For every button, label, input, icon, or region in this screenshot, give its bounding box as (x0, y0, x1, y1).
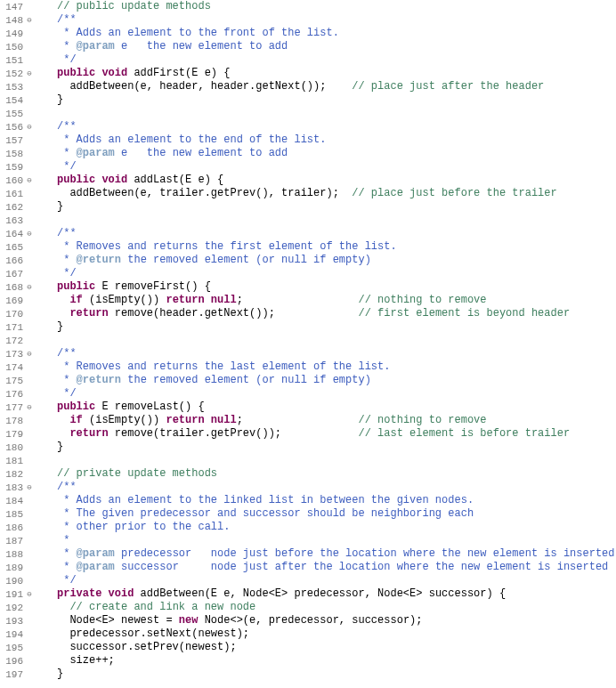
line-number: 165 (0, 242, 23, 253)
code-line[interactable]: public E removeLast() { (57, 401, 616, 414)
code-line[interactable] (57, 107, 616, 120)
fold-toggle-icon[interactable]: ⊖ (25, 589, 34, 599)
code-token: */ (57, 160, 77, 173)
code-line[interactable]: * @param predecessor node just before th… (57, 547, 616, 561)
code-line[interactable]: successor.setPrev(newest); (57, 641, 616, 654)
code-line[interactable]: return remove(trailer.getPrev()); // las… (57, 427, 616, 441)
code-line[interactable]: */ (57, 53, 616, 67)
code-line[interactable]: if (isEmpty()) return null; // nothing t… (57, 294, 616, 307)
gutter-line: 182 (0, 467, 36, 481)
code-token: // public update methods (57, 0, 211, 12)
line-number: 159 (0, 162, 23, 173)
line-gutter: 147148⊖149150151152⊖153154155156⊖1571581… (0, 0, 39, 681)
code-line[interactable]: * (57, 534, 616, 547)
fold-toggle-icon[interactable]: ⊖ (25, 69, 34, 78)
gutter-line: 162 (0, 200, 36, 214)
fold-toggle-icon[interactable]: ⊖ (25, 349, 34, 359)
code-line[interactable]: /** (57, 13, 616, 27)
code-line[interactable]: /** (57, 347, 616, 360)
fold-toggle-icon[interactable]: ⊖ (25, 175, 34, 185)
code-token: * (57, 561, 77, 573)
code-line[interactable]: /** (57, 227, 616, 240)
code-line[interactable]: if (isEmpty()) return null; // nothing t… (57, 414, 616, 427)
code-token: } (57, 93, 63, 106)
code-line[interactable]: // create and link a new node (57, 601, 616, 614)
code-token: } (57, 200, 63, 213)
code-line[interactable]: * Adds an element to the front of the li… (57, 27, 616, 40)
code-line[interactable]: */ (57, 160, 616, 174)
line-number: 192 (0, 603, 23, 613)
code-token: @return (77, 374, 121, 386)
code-line[interactable]: private void addBetween(E e, Node<E> pre… (57, 587, 616, 601)
code-token (57, 427, 69, 440)
line-number: 158 (0, 149, 23, 159)
code-line[interactable]: addBetween(e, trailer.getPrev(), trailer… (57, 187, 616, 200)
code-token: public void (57, 67, 127, 79)
code-line[interactable]: addBetween(e, header, header.getNext());… (57, 80, 616, 93)
line-number: 187 (0, 536, 23, 546)
code-line[interactable]: */ (57, 387, 616, 401)
code-line[interactable]: */ (57, 574, 616, 587)
code-line[interactable]: } (57, 320, 616, 334)
code-line[interactable]: /** (57, 120, 616, 134)
code-token: // nothing to remove (358, 294, 486, 306)
code-token: * (57, 547, 77, 560)
code-line[interactable]: * Removes and returns the last element o… (57, 360, 616, 374)
code-token: * Adds an element to the linked list in … (57, 494, 474, 506)
line-number: 174 (0, 362, 23, 373)
code-line[interactable]: * @param successor node just after the l… (57, 561, 616, 574)
code-line[interactable]: * Adds an element to the linked list in … (57, 494, 616, 507)
line-number: 153 (0, 82, 23, 93)
code-line[interactable] (57, 454, 616, 467)
gutter-line: 154 (0, 93, 36, 107)
code-line[interactable]: size++; (57, 654, 616, 668)
code-line[interactable]: } (57, 668, 616, 681)
gutter-line: 171 (0, 320, 36, 334)
code-line[interactable]: * @param e the new element to add (57, 40, 616, 53)
code-token: successor.setPrev(newest); (57, 641, 237, 653)
code-line[interactable] (57, 334, 616, 347)
code-line[interactable]: // public update methods (57, 0, 616, 13)
gutter-line: 184 (0, 494, 36, 507)
gutter-line: 150 (0, 40, 36, 53)
code-token: * (57, 254, 77, 266)
code-line[interactable]: * @return the removed element (or null i… (57, 254, 616, 267)
code-line[interactable]: * Removes and returns the first element … (57, 240, 616, 254)
code-line[interactable]: /** (57, 481, 616, 494)
code-line[interactable]: } (57, 441, 616, 454)
code-token: public (57, 280, 95, 293)
code-line[interactable]: // private update methods (57, 467, 616, 481)
line-number: 157 (0, 135, 23, 146)
line-number: 149 (0, 28, 23, 39)
code-token: * (57, 374, 77, 386)
code-line[interactable]: } (57, 200, 616, 214)
fold-toggle-icon[interactable]: ⊖ (25, 122, 34, 132)
code-line[interactable]: public void addLast(E e) { (57, 174, 616, 187)
code-token: addBetween(e, trailer.getPrev(), trailer… (57, 187, 352, 199)
fold-toggle-icon[interactable]: ⊖ (25, 229, 34, 239)
code-token: if (69, 294, 82, 306)
fold-toggle-icon[interactable]: ⊖ (25, 15, 34, 25)
gutter-line: 180 (0, 441, 36, 454)
code-line[interactable]: * other prior to the call. (57, 521, 616, 534)
code-line[interactable]: * @param e the new element to add (57, 147, 616, 160)
code-line[interactable]: */ (57, 267, 616, 280)
code-line[interactable]: * @return the removed element (or null i… (57, 374, 616, 387)
code-line[interactable]: predecessor.setNext(newest); (57, 627, 616, 641)
code-line[interactable]: Node<E> newest = new Node<>(e, predecess… (57, 614, 616, 627)
gutter-line: 189 (0, 561, 36, 574)
code-line[interactable] (57, 214, 616, 227)
code-line[interactable]: public void addFirst(E e) { (57, 67, 616, 80)
fold-toggle-icon[interactable]: ⊖ (25, 482, 34, 492)
code-line[interactable]: } (57, 93, 616, 107)
fold-toggle-icon[interactable]: ⊖ (25, 402, 34, 412)
gutter-line: 175 (0, 374, 36, 387)
code-line[interactable]: return remove(header.getNext()); // firs… (57, 307, 616, 320)
code-line[interactable]: * Adds an element to the end of the list… (57, 134, 616, 147)
code-token: * (57, 40, 77, 53)
gutter-line: 170 (0, 307, 36, 320)
code-line[interactable]: public E removeFirst() { (57, 280, 616, 294)
line-number: 156 (0, 122, 23, 133)
fold-toggle-icon[interactable]: ⊖ (25, 282, 34, 292)
code-line[interactable]: * The given predecessor and successor sh… (57, 507, 616, 521)
